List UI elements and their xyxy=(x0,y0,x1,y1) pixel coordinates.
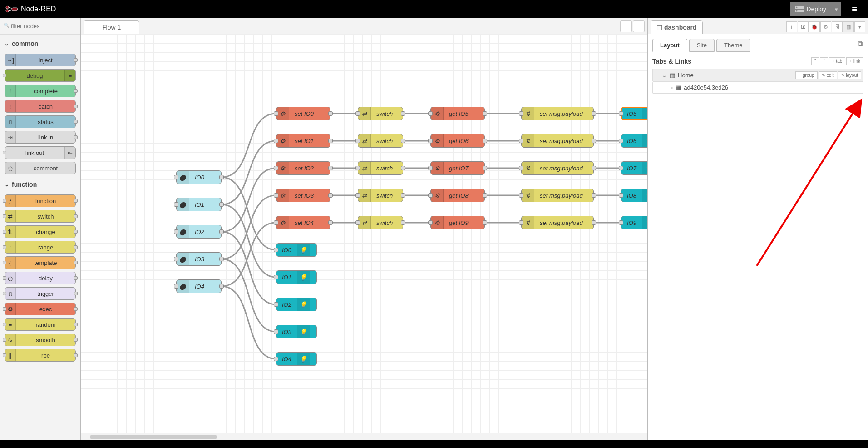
palette-node-template[interactable]: {template xyxy=(5,256,76,269)
exec-set-IO2[interactable]: ⚙set IO2 xyxy=(276,161,330,175)
palette-node-trigger[interactable]: ⎍trigger xyxy=(5,287,76,300)
sidebar-caret-button[interactable]: ▾ xyxy=(854,21,865,32)
horizontal-scrollbar[interactable] xyxy=(81,433,647,440)
exec-set-IO3[interactable]: ⚙set IO3 xyxy=(276,189,330,202)
ui-text-IO5[interactable]: IO5💡 xyxy=(621,107,647,120)
palette-node-smooth[interactable]: ∿smooth xyxy=(5,334,76,346)
palette-node-complete[interactable]: !complete xyxy=(5,85,76,97)
exec-set-IO4[interactable]: ⚙set IO4 xyxy=(276,216,330,229)
palette-node-exec[interactable]: ⚙exec xyxy=(5,303,76,315)
palette-node-catch[interactable]: !catch xyxy=(5,100,76,113)
collapse-all-button[interactable]: ˇ xyxy=(820,57,828,65)
exec-set-IO1[interactable]: ⚙set IO1 xyxy=(276,134,330,148)
palette-node-comment[interactable]: ◌comment xyxy=(5,162,76,174)
sidebar-dashboard-button[interactable]: ▥ xyxy=(843,21,854,32)
ui-text-IO9[interactable]: IO9💡 xyxy=(621,216,647,229)
dashboard-tab-icon: ▦ xyxy=(670,72,675,79)
sidebar-help-button[interactable]: 🕮 xyxy=(798,21,809,32)
palette-node-link-in[interactable]: ⇥link in xyxy=(5,131,76,144)
exec-get-IO9[interactable]: ⚙get IO9 xyxy=(430,216,485,229)
tree-row-home[interactable]: ⌄ ▦ Home + group ✎ edit ✎ layout xyxy=(652,69,863,82)
palette-node-random[interactable]: ≡random xyxy=(5,318,76,331)
sidebar-tab-dashboard[interactable]: ▥ dashboard xyxy=(651,20,703,34)
exec-set-IO0[interactable]: ⚙set IO0 xyxy=(276,107,330,120)
palette-node-function[interactable]: ƒfunction xyxy=(5,194,76,207)
palette-node-status[interactable]: ⎍status xyxy=(5,115,76,128)
filter-nodes-input[interactable] xyxy=(3,21,78,31)
change-node-0[interactable]: ⇅set msg.payload xyxy=(521,107,594,120)
palette-node-rbe[interactable]: ‖rbe xyxy=(5,349,76,362)
flow-tab[interactable]: Flow 1 xyxy=(84,20,139,34)
ui-switch-IO0[interactable]: ⬤IO0 xyxy=(176,170,222,184)
sidebar-config-button[interactable]: ⚙ xyxy=(820,21,831,32)
ui-text-IO0[interactable]: IO0💡 xyxy=(276,243,317,257)
sidebar-tabs: ▥ dashboard i 🕮 🐞 ⚙ 🗄 ▥ ▾ xyxy=(648,18,868,34)
switch-node-2[interactable]: ⇄switch xyxy=(358,161,403,175)
ui-text-IO3[interactable]: IO3💡 xyxy=(276,325,317,338)
add-group-button[interactable]: + group xyxy=(795,71,817,79)
tree-row-group[interactable]: › ▦ ad420e54.3ed26 xyxy=(652,82,863,94)
palette-node-debug[interactable]: debug≡ xyxy=(5,69,76,82)
layout-button[interactable]: ✎ layout xyxy=(838,71,861,79)
ui-switch-IO4[interactable]: ⬤IO4 xyxy=(176,279,222,293)
palette-scroll[interactable]: common→]injectdebug≡!complete!catch⎍stat… xyxy=(0,35,80,440)
palette-node-switch[interactable]: ⇄switch xyxy=(5,210,76,223)
palette-node-inject[interactable]: →]inject xyxy=(5,54,76,66)
expand-all-button[interactable]: ˆ xyxy=(811,57,819,65)
exec-get-IO8[interactable]: ⚙get IO8 xyxy=(430,189,485,202)
deploy-button[interactable]: Deploy xyxy=(790,2,832,16)
ui-switch-IO1[interactable]: ⬤IO1 xyxy=(176,198,222,211)
svg-point-6 xyxy=(796,10,798,12)
exec-get-IO5[interactable]: ⚙get IO5 xyxy=(430,107,485,120)
switch-node-1[interactable]: ⇄switch xyxy=(358,134,403,148)
subtab-layout[interactable]: Layout xyxy=(652,39,687,52)
ui-switch-IO3[interactable]: ⬤IO3 xyxy=(176,252,222,266)
change-node-3[interactable]: ⇅set msg.payload xyxy=(521,189,594,202)
canvas-viewport[interactable]: ⬤IO0⬤IO1⬤IO2⬤IO3⬤IO4⚙set IO0⚙set IO1⚙set… xyxy=(81,34,647,433)
chevron-right-icon: › xyxy=(671,84,673,91)
switch-node-3[interactable]: ⇄switch xyxy=(358,189,403,202)
change-node-1[interactable]: ⇅set msg.payload xyxy=(521,134,594,148)
add-tab-button[interactable]: + tab xyxy=(829,57,846,65)
subtab-site[interactable]: Site xyxy=(689,39,715,52)
ui-text-IO8[interactable]: IO8💡 xyxy=(621,189,647,202)
open-dashboard-icon[interactable]: ⧉ xyxy=(858,40,863,48)
list-flows-button[interactable]: ≣ xyxy=(633,20,645,32)
edit-button[interactable]: ✎ edit xyxy=(819,71,837,79)
exec-get-IO7[interactable]: ⚙get IO7 xyxy=(430,161,485,175)
sidebar-panel: ▥ dashboard i 🕮 🐞 ⚙ 🗄 ▥ ▾ ⧉ Layout Site … xyxy=(647,18,868,440)
footer-bar xyxy=(0,440,868,448)
ui-text-IO6[interactable]: IO6💡 xyxy=(621,134,647,148)
sidebar-context-button[interactable]: 🗄 xyxy=(832,21,843,32)
svg-point-0 xyxy=(6,6,9,9)
palette-category-common[interactable]: common xyxy=(5,36,76,51)
sidebar-info-button[interactable]: i xyxy=(786,21,797,32)
add-link-button[interactable]: + link xyxy=(846,57,863,65)
ui-text-IO4[interactable]: IO4💡 xyxy=(276,352,317,366)
ui-switch-IO2[interactable]: ⬤IO2 xyxy=(176,225,222,239)
add-flow-button[interactable]: + xyxy=(620,20,632,32)
change-node-4[interactable]: ⇅set msg.payload xyxy=(521,216,594,229)
palette-node-link-out[interactable]: link out⇤ xyxy=(5,146,76,159)
deploy-caret-button[interactable]: ▾ xyxy=(832,2,841,16)
ui-text-IO1[interactable]: IO1💡 xyxy=(276,270,317,284)
palette-node-delay[interactable]: ◷delay xyxy=(5,272,76,284)
ui-text-IO2[interactable]: IO2💡 xyxy=(276,298,317,311)
switch-node-4[interactable]: ⇄switch xyxy=(358,216,403,229)
palette-node-change[interactable]: ⇅change xyxy=(5,225,76,238)
exec-get-IO6[interactable]: ⚙get IO6 xyxy=(430,134,485,148)
section-title: Tabs & Links ˆ ˇ + tab + link xyxy=(652,57,863,65)
palette-category-function[interactable]: function xyxy=(5,177,76,192)
change-node-2[interactable]: ⇅set msg.payload xyxy=(521,161,594,175)
main-menu-button[interactable]: ≡ xyxy=(845,0,863,18)
sidebar-body: ⧉ Layout Site Theme Tabs & Links ˆ ˇ + t… xyxy=(648,34,868,440)
chevron-down-icon: ⌄ xyxy=(662,72,667,79)
logo: Node-RED xyxy=(5,5,56,13)
palette-node-range[interactable]: ↕range xyxy=(5,241,76,254)
annotation-arrow-svg xyxy=(752,93,868,270)
switch-node-0[interactable]: ⇄switch xyxy=(358,107,403,120)
ui-text-IO7[interactable]: IO7💡 xyxy=(621,161,647,175)
subtab-theme[interactable]: Theme xyxy=(716,39,750,52)
workspace-tabs: Flow 1 + ≣ xyxy=(81,18,647,34)
sidebar-debug-button[interactable]: 🐞 xyxy=(809,21,820,32)
